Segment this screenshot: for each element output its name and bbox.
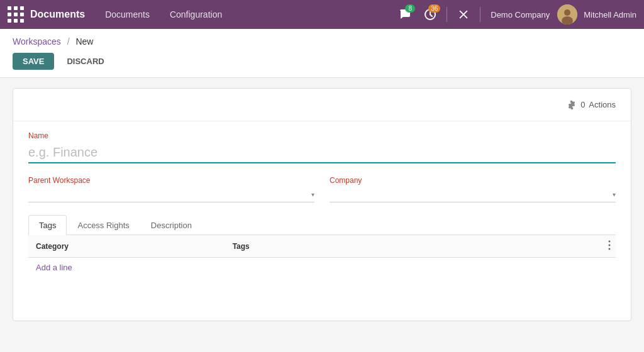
parent-workspace-arrow[interactable]: ▾ xyxy=(311,191,314,198)
chat-button[interactable]: 8 xyxy=(394,3,416,26)
user-avatar[interactable] xyxy=(557,4,577,25)
svg-point-2 xyxy=(564,9,570,16)
company-name[interactable]: Demo Company xyxy=(491,10,550,19)
breadcrumb: Workspaces / New xyxy=(13,36,631,47)
close-button[interactable] xyxy=(452,3,475,26)
company-label: Company xyxy=(330,176,616,185)
avatar-icon xyxy=(557,4,577,25)
discard-button[interactable]: DISCARD xyxy=(59,53,111,70)
apps-grid-icon[interactable] xyxy=(8,6,25,23)
tabs: Tags Access Rights Description xyxy=(28,215,616,235)
actions-bar: 0 Actions xyxy=(13,89,631,121)
form-card: 0 Actions Name Parent Workspace ▾ xyxy=(13,88,631,321)
form-body: Name Parent Workspace ▾ Company ▾ xyxy=(13,121,631,321)
add-line-button[interactable]: Add a line xyxy=(28,258,80,277)
tab-description[interactable]: Description xyxy=(140,215,203,235)
name-input[interactable] xyxy=(28,143,616,163)
col-header-tags: Tags xyxy=(225,237,603,256)
svg-point-4 xyxy=(609,241,611,243)
nav-divider2 xyxy=(480,7,480,22)
clock-button[interactable]: 36 xyxy=(419,3,441,26)
tab-content-tags: Category Tags Add a line xyxy=(28,235,616,311)
chat-badge: 8 xyxy=(405,4,415,13)
breadcrumb-separator: / xyxy=(67,36,70,47)
tab-tags[interactable]: Tags xyxy=(28,215,67,235)
clock-badge: 36 xyxy=(428,4,440,13)
table-header: Category Tags xyxy=(28,235,616,258)
company-field: Company ▾ xyxy=(330,176,616,202)
breadcrumb-current: New xyxy=(75,36,93,47)
name-field-group: Name xyxy=(28,131,616,163)
tab-access-rights[interactable]: Access Rights xyxy=(67,215,140,235)
company-arrow[interactable]: ▾ xyxy=(613,191,616,198)
actions-label: Actions xyxy=(589,100,616,109)
svg-point-5 xyxy=(609,245,611,246)
parent-workspace-label: Parent Workspace xyxy=(28,176,314,185)
action-buttons: SAVE DISCARD xyxy=(13,53,631,70)
svg-point-6 xyxy=(609,248,611,250)
ellipsis-icon xyxy=(608,240,611,250)
actions-count: 0 xyxy=(580,100,585,109)
nav-divider xyxy=(447,7,447,22)
parent-workspace-field: Parent Workspace ▾ xyxy=(28,176,314,202)
name-label: Name xyxy=(28,131,616,140)
nav-configuration[interactable]: Configuration xyxy=(162,0,230,29)
col-header-category: Category xyxy=(28,237,225,256)
main-content: 0 Actions Name Parent Workspace ▾ xyxy=(0,78,644,331)
parent-workspace-select-wrapper[interactable]: ▾ xyxy=(28,187,314,202)
form-row-parent-company: Parent Workspace ▾ Company ▾ xyxy=(28,176,616,202)
breadcrumb-parent[interactable]: Workspaces xyxy=(13,36,61,47)
parent-workspace-input[interactable] xyxy=(28,187,311,202)
save-button[interactable]: SAVE xyxy=(13,53,54,70)
actions-button[interactable]: 0 Actions xyxy=(562,97,621,113)
company-select-wrapper[interactable]: ▾ xyxy=(330,187,616,202)
gear-icon xyxy=(567,100,577,110)
sub-header: Workspaces / New SAVE DISCARD xyxy=(0,29,644,78)
app-title: Documents xyxy=(30,9,85,20)
company-input[interactable] xyxy=(330,187,613,202)
top-navigation: Documents Documents Configuration 8 36 xyxy=(0,0,644,29)
nav-documents[interactable]: Documents xyxy=(97,0,157,29)
user-name[interactable]: Mitchell Admin xyxy=(584,10,636,19)
close-icon xyxy=(458,9,469,20)
table-options-icon[interactable] xyxy=(603,235,616,257)
